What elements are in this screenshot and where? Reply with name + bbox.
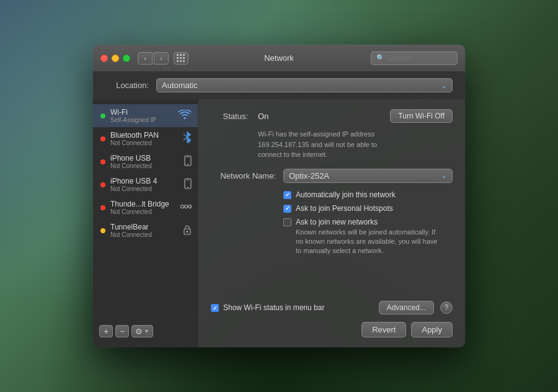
wifi-icon <box>178 110 192 122</box>
new-networks-row: Ask to join new networks Known networks … <box>283 218 453 256</box>
minimize-button[interactable] <box>112 55 119 62</box>
show-wifi-row: ✓ Show Wi-Fi status in menu bar <box>211 303 324 312</box>
new-networks-label: Ask to join new networks <box>296 218 438 226</box>
svg-point-5 <box>187 187 188 188</box>
svg-point-6 <box>181 205 184 208</box>
turn-wifi-off-button[interactable]: Turn Wi-Fi Off <box>390 109 453 123</box>
footer-buttons: Revert Apply <box>211 322 453 337</box>
window-title: Network <box>264 53 294 63</box>
iphone4-icon <box>184 178 192 191</box>
status-value: On <box>258 112 268 121</box>
close-button[interactable] <box>100 55 108 62</box>
net-status-tb: Not Connected <box>110 208 175 215</box>
svg-point-2 <box>187 164 188 165</box>
net-status-tunnel: Not Connected <box>110 231 178 238</box>
net-name-bt: Bluetooth PAN <box>110 131 178 140</box>
check-icon: ✓ <box>285 192 290 198</box>
net-info-tb: Thunde...lt Bridge Not Connected <box>110 200 175 215</box>
net-info-iusb4: iPhone USB 4 Not Connected <box>110 177 179 192</box>
status-row: Status: On Turn Wi-Fi Off <box>211 109 453 123</box>
sidebar-item-wifi[interactable]: Wi-Fi Self-Assigned IP <box>93 104 198 127</box>
net-name-iusb4: iPhone USB 4 <box>110 177 179 185</box>
net-info-bt: Bluetooth PAN Not Connected <box>110 131 178 146</box>
sidebar-item-iphone-usb4[interactable]: iPhone USB 4 Not Connected <box>93 173 198 196</box>
traffic-lights <box>100 55 130 62</box>
location-bar: Location: Automatic ⌄ <box>93 72 465 99</box>
svg-point-7 <box>185 205 188 208</box>
net-name-wifi: Wi-Fi <box>110 108 173 117</box>
grid-icon <box>177 54 185 63</box>
checkboxes: ✓ Automatically join this network ✓ Ask … <box>283 190 453 256</box>
status-description: Wi-Fi has the self-assigned IP address 1… <box>258 129 453 160</box>
status-dot-tunnel <box>100 228 105 233</box>
gear-chevron-icon: ▼ <box>144 328 149 334</box>
remove-network-button[interactable]: − <box>115 325 129 337</box>
help-button[interactable]: ? <box>440 301 453 314</box>
new-networks-checkbox[interactable] <box>283 218 291 226</box>
sidebar-item-bluetooth-pan[interactable]: Bluetooth PAN Not Connected <box>93 127 198 150</box>
bottom-row: ✓ Show Wi-Fi status in menu bar Advanced… <box>211 301 453 314</box>
grid-button[interactable] <box>174 52 188 65</box>
net-name-iusb: iPhone USB <box>110 154 179 163</box>
add-network-button[interactable]: + <box>99 325 113 337</box>
status-dot-iusb <box>100 159 105 164</box>
auto-join-checkbox[interactable]: ✓ <box>283 191 291 199</box>
sidebar: Wi-Fi Self-Assigned IP Bluetooth PAN <box>93 99 198 347</box>
auto-join-label: Automatically join this network <box>296 190 396 199</box>
main-content: Wi-Fi Self-Assigned IP Bluetooth PAN <box>93 99 465 347</box>
location-label: Location: <box>105 81 149 90</box>
status-dot-wifi <box>100 114 105 118</box>
show-wifi-checkbox[interactable]: ✓ <box>211 304 219 312</box>
new-networks-group: Ask to join new networks Known networks … <box>296 218 438 256</box>
check-icon-3: ✓ <box>213 305 218 311</box>
search-box[interactable]: 🔍 <box>371 51 458 65</box>
new-networks-sublabel: Known networks will be joined automatica… <box>296 228 438 256</box>
network-window: ‹ › Network 🔍 Location: Automatic ⌄ <box>93 45 465 347</box>
status-dot-bt <box>100 136 105 141</box>
net-status-wifi: Self-Assigned IP <box>110 117 173 123</box>
net-status-bt: Not Connected <box>110 140 178 146</box>
status-dot-tb <box>100 205 105 210</box>
back-button[interactable]: ‹ <box>138 52 153 65</box>
chevron-down-icon: ⌄ <box>441 81 447 90</box>
advanced-button[interactable]: Advanced... <box>379 301 434 314</box>
location-select[interactable]: Automatic ⌄ <box>156 78 453 92</box>
thunderbolt-icon <box>180 202 192 213</box>
revert-button[interactable]: Revert <box>361 322 406 337</box>
gear-menu-button[interactable]: ⚙ ▼ <box>131 325 153 337</box>
lock-icon <box>183 224 192 237</box>
apply-button[interactable]: Apply <box>411 322 453 337</box>
check-icon-2: ✓ <box>285 205 290 212</box>
svg-point-12 <box>187 231 188 233</box>
sidebar-item-tunnelbear[interactable]: TunnelBear Not Connected <box>93 219 198 242</box>
auto-join-row: ✓ Automatically join this network <box>283 190 453 199</box>
net-status-iusb: Not Connected <box>110 163 179 169</box>
sidebar-item-thunderbolt[interactable]: Thunde...lt Bridge Not Connected <box>93 196 198 219</box>
titlebar: ‹ › Network 🔍 <box>93 45 465 72</box>
network-chevron-icon: ⌄ <box>441 171 447 180</box>
net-name-tb: Thunde...lt Bridge <box>110 200 175 208</box>
show-wifi-label: Show Wi-Fi status in menu bar <box>223 303 324 312</box>
nav-buttons: ‹ › <box>138 52 169 65</box>
network-name-row: Network Name: Optix-252A ⌄ <box>211 169 453 183</box>
network-name-select[interactable]: Optix-252A ⌄ <box>283 169 453 183</box>
forward-button[interactable]: › <box>154 52 169 65</box>
detail-panel: Status: On Turn Wi-Fi Off Wi-Fi has the … <box>198 99 465 347</box>
maximize-button[interactable] <box>123 55 130 62</box>
iphone-icon <box>184 155 192 168</box>
status-dot-iusb4 <box>100 182 105 187</box>
network-name-label: Network Name: <box>211 171 276 180</box>
personal-hotspot-label: Ask to join Personal Hotspots <box>296 204 393 213</box>
sidebar-actions: + − ⚙ ▼ <box>93 319 198 342</box>
net-name-tunnel: TunnelBear <box>110 223 178 231</box>
net-info-wifi: Wi-Fi Self-Assigned IP <box>110 108 173 123</box>
location-value: Automatic <box>162 81 198 90</box>
search-input[interactable] <box>388 54 452 63</box>
net-info-iusb: iPhone USB Not Connected <box>110 154 179 169</box>
personal-hotspot-checkbox[interactable]: ✓ <box>283 205 291 213</box>
bluetooth-icon <box>183 131 192 146</box>
gear-icon: ⚙ <box>135 327 143 336</box>
sidebar-item-iphone-usb[interactable]: iPhone USB Not Connected <box>93 150 198 173</box>
net-status-iusb4: Not Connected <box>110 185 179 192</box>
search-icon: 🔍 <box>376 54 385 62</box>
